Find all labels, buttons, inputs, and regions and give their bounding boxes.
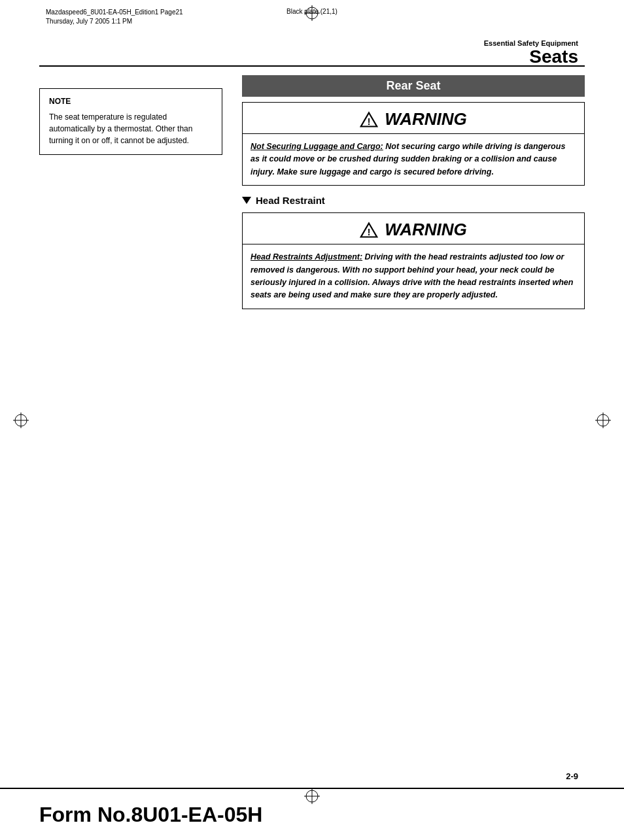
rear-seat-title: Rear Seat xyxy=(242,75,585,97)
warning-box-2: ! WARNING Head Restraints Adjustment: Dr… xyxy=(242,212,585,309)
head-restraint-label: Head Restraint xyxy=(256,195,325,206)
warning-text-1: Not Securing Luggage and Cargo: Not secu… xyxy=(251,141,576,178)
warning-title-1: WARNING xyxy=(385,109,467,129)
form-number: Form No.8U01-EA-05H xyxy=(39,803,262,827)
section-title: Seats xyxy=(484,47,578,67)
warning-body-2: Head Restraints Adjustment: Driving with… xyxy=(243,244,584,309)
right-column: Rear Seat ! WARNING Not Securing Luggage… xyxy=(242,75,585,775)
triangle-icon xyxy=(242,197,251,204)
warning-body-1: Not Securing Luggage and Cargo: Not secu… xyxy=(243,134,584,185)
note-box: NOTE The seat temperature is regulated a… xyxy=(39,88,222,155)
content-area: NOTE The seat temperature is regulated a… xyxy=(39,75,585,775)
svg-text:!: ! xyxy=(368,116,371,126)
note-text: The seat temperature is regulated automa… xyxy=(49,111,213,146)
crosshair-right xyxy=(595,412,611,428)
head-restraint-heading: Head Restraint xyxy=(242,195,585,206)
warning-header-2: ! WARNING xyxy=(243,213,584,244)
bottom-bar: Form No.8U01-EA-05H xyxy=(0,788,624,840)
warning-header-1: ! WARNING xyxy=(243,103,584,134)
warning-subtitle-2: Head Restraints Adjustment: xyxy=(251,252,362,261)
left-column: NOTE The seat temperature is regulated a… xyxy=(39,75,222,775)
date: Thursday, July 7 2005 1:1 PM xyxy=(46,18,132,25)
warning-icon-2: ! xyxy=(360,222,378,239)
plate-info: Black plate (21,1) xyxy=(286,8,338,15)
warning-icon-1: ! xyxy=(360,111,378,128)
filename: Mazdaspeed6_8U01-EA-05H_Edition1 Page21 xyxy=(46,8,183,16)
svg-text:!: ! xyxy=(368,227,371,237)
page-number: 2-9 xyxy=(566,771,578,781)
crosshair-left xyxy=(13,412,29,428)
warning-box-1: ! WARNING Not Securing Luggage and Cargo… xyxy=(242,102,585,186)
section-heading: Essential Safety Equipment Seats xyxy=(484,39,578,67)
warning-title-2: WARNING xyxy=(385,220,467,239)
note-label: NOTE xyxy=(49,97,213,106)
warning-subtitle-1: Not Securing Luggage and Cargo: xyxy=(251,142,383,151)
warning-text-2: Head Restraints Adjustment: Driving with… xyxy=(251,251,576,302)
file-metadata: Mazdaspeed6_8U01-EA-05H_Edition1 Page21 … xyxy=(46,8,183,26)
top-rule xyxy=(39,65,585,67)
